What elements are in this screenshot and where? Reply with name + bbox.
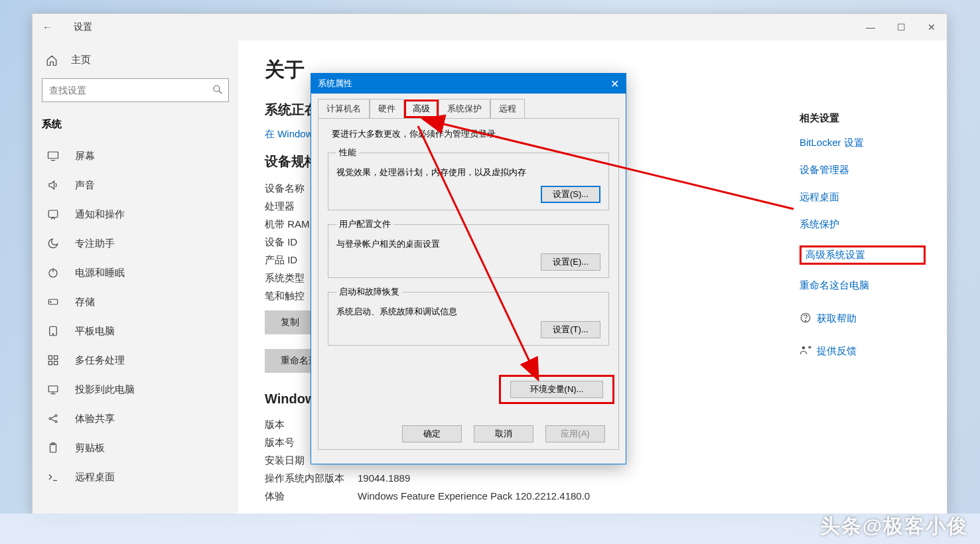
feedback-icon (800, 344, 817, 358)
sidebar-item-6[interactable]: 平板电脑 (33, 316, 238, 346)
sound-icon (46, 178, 60, 192)
svg-rect-8 (48, 356, 52, 359)
svg-rect-10 (48, 362, 52, 365)
copy-button[interactable]: 复制 (265, 310, 315, 334)
system-properties-dialog: 系统属性 ✕ 计算机名硬件高级系统保护远程 要进行大多数更改，你必须作为管理员登… (311, 73, 626, 464)
sidebar-item-label: 存储 (75, 296, 95, 308)
dialog-tabs: 计算机名硬件高级系统保护远程 (318, 99, 619, 118)
related-link-4[interactable]: 高级系统设置 (800, 245, 926, 265)
svg-rect-9 (54, 356, 58, 359)
related-header: 相关设置 (800, 112, 926, 125)
related-link-1[interactable]: 设备管理器 (800, 164, 926, 176)
tab-4[interactable]: 远程 (490, 99, 525, 118)
env-vars-button[interactable]: 环境变量(N)... (510, 381, 603, 398)
settings-sidebar: 主页 系统 屏幕声音通知和操作专注助手电源和睡眠存储平板电脑多任务处理投影到此电… (33, 40, 238, 513)
tab-3[interactable]: 系统保护 (439, 99, 490, 118)
tab-advanced-highlight[interactable]: 高级 (404, 100, 439, 118)
sidebar-item-10[interactable]: 剪贴板 (33, 433, 238, 462)
group-settings-button[interactable]: 设置(E)... (541, 253, 600, 271)
svg-point-19 (805, 320, 805, 321)
related-action-1[interactable]: 提供反馈 (800, 344, 926, 358)
sidebar-item-1[interactable]: 声音 (33, 170, 238, 200)
dialog-title: 系统属性 (318, 78, 352, 90)
search-input[interactable] (42, 78, 229, 102)
winspec-value: 19044.1889 (358, 472, 920, 485)
related-link-0[interactable]: BitLocker 设置 (800, 137, 926, 149)
tab-0[interactable]: 计算机名 (318, 99, 370, 118)
sidebar-item-label: 专注助手 (75, 238, 115, 250)
settings-titlebar: ← 设置 — ☐ ✕ (33, 14, 947, 40)
svg-rect-12 (48, 386, 58, 392)
ok-button[interactable]: 确定 (402, 425, 462, 442)
related-link-3[interactable]: 系统保护 (800, 218, 926, 231)
apply-button[interactable]: 应用(A) (545, 425, 605, 442)
sidebar-item-8[interactable]: 投影到此电脑 (33, 375, 238, 404)
svg-rect-1 (48, 152, 58, 159)
cancel-button[interactable]: 取消 (474, 425, 533, 442)
maximize-button[interactable]: ☐ (886, 14, 916, 40)
dialog-close-icon[interactable]: ✕ (610, 78, 619, 90)
multitask-icon (46, 354, 60, 367)
sidebar-item-2[interactable]: 通知和操作 (33, 200, 238, 229)
sidebar-item-3[interactable]: 专注助手 (33, 229, 238, 258)
group-settings-button[interactable]: 设置(S)... (541, 186, 600, 203)
share-icon (46, 412, 60, 425)
remote-icon (46, 470, 60, 484)
sidebar-item-label: 电源和睡眠 (75, 267, 125, 279)
winspec-key: 操作系统内部版本 (265, 472, 358, 485)
tab-page-advanced: 要进行大多数更改，你必须作为管理员登录。 性能视觉效果，处理器计划，内存使用，以… (318, 118, 619, 450)
sidebar-item-11[interactable]: 远程桌面 (33, 462, 238, 492)
related-action-label: 获取帮助 (817, 312, 857, 325)
sidebar-item-label: 声音 (75, 179, 95, 192)
back-icon[interactable]: ← (40, 22, 54, 33)
storage-icon (46, 295, 60, 308)
related-action-label: 提供反馈 (817, 345, 857, 358)
power-icon (46, 266, 60, 279)
group-1: 用户配置文件与登录帐户相关的桌面设置设置(E)... (328, 218, 609, 278)
sidebar-item-label: 体验共享 (75, 413, 115, 425)
related-link-5[interactable]: 重命名这台电脑 (800, 279, 926, 292)
group-legend: 性能 (336, 147, 359, 159)
admin-note: 要进行大多数更改，你必须作为管理员登录。 (332, 128, 609, 140)
sidebar-item-label: 平板电脑 (75, 325, 115, 338)
display-icon (46, 149, 60, 163)
related-action-0[interactable]: 获取帮助 (800, 312, 926, 326)
winspec-row: 体验Windows Feature Experience Pack 120.22… (265, 488, 920, 506)
group-0: 性能视觉效果，处理器计划，内存使用，以及虚拟内存设置(S)... (328, 147, 609, 210)
watermark: 头条@极客小俊 (820, 513, 968, 540)
help-icon (800, 312, 817, 326)
svg-point-14 (55, 415, 57, 417)
env-vars-highlight: 环境变量(N)... (499, 375, 614, 404)
svg-point-0 (214, 86, 220, 92)
sidebar-item-label: 多任务处理 (75, 354, 125, 367)
sidebar-item-7[interactable]: 多任务处理 (33, 346, 238, 375)
sidebar-item-label: 屏幕 (75, 150, 95, 163)
tablet-icon (46, 324, 60, 338)
home-label: 主页 (71, 54, 91, 66)
sidebar-item-5[interactable]: 存储 (33, 287, 238, 316)
dialog-titlebar: 系统属性 ✕ (311, 74, 626, 94)
group-settings-button[interactable]: 设置(T)... (541, 321, 600, 338)
search-input-wrap (42, 78, 229, 102)
sidebar-item-label: 远程桌面 (75, 471, 115, 484)
home-link[interactable]: 主页 (33, 47, 238, 78)
svg-point-7 (52, 334, 54, 335)
sidebar-item-9[interactable]: 体验共享 (33, 404, 238, 433)
sidebar-item-4[interactable]: 电源和睡眠 (33, 258, 238, 287)
minimize-button[interactable]: — (855, 14, 886, 40)
group-desc: 视觉效果，处理器计划，内存使用，以及虚拟内存 (336, 167, 600, 178)
group-2: 启动和故障恢复系统启动、系统故障和调试信息设置(T)... (328, 286, 609, 346)
project-icon (46, 383, 60, 396)
close-button[interactable]: ✕ (916, 14, 947, 40)
related-settings: 相关设置 BitLocker 设置设备管理器远程桌面系统保护高级系统设置重命名这… (800, 112, 926, 358)
winspec-row: 操作系统内部版本19044.1889 (265, 470, 920, 488)
svg-rect-2 (48, 210, 58, 218)
sidebar-item-label: 投影到此电脑 (75, 383, 135, 396)
sidebar-item-0[interactable]: 屏幕 (33, 141, 238, 170)
group-legend: 启动和故障恢复 (336, 286, 402, 298)
related-link-2[interactable]: 远程桌面 (800, 191, 926, 204)
svg-point-13 (49, 418, 51, 420)
group-legend: 用户配置文件 (336, 218, 393, 230)
tab-1[interactable]: 硬件 (370, 99, 404, 118)
home-icon (46, 54, 58, 66)
